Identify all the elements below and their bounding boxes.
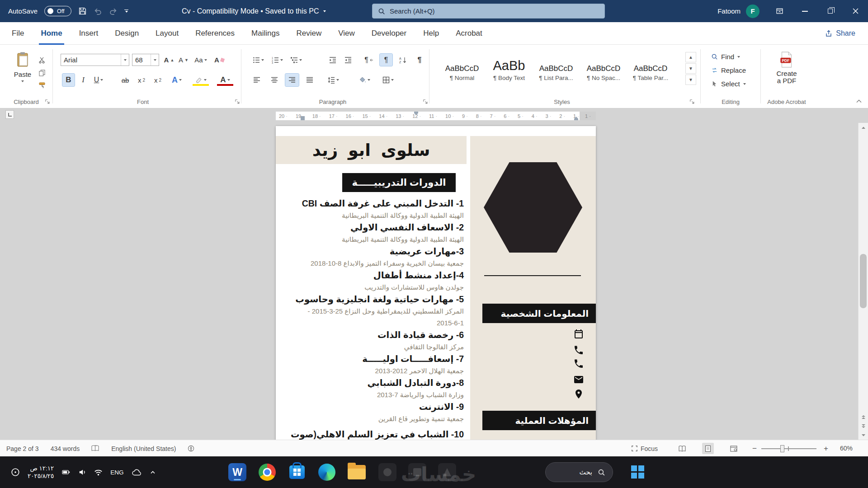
minimize-button[interactable] bbox=[792, 0, 817, 22]
email-icon[interactable] bbox=[573, 374, 584, 385]
font-family-combo[interactable]: Arial bbox=[61, 54, 129, 66]
styles-dialog-launcher[interactable] bbox=[689, 99, 695, 104]
clipboard-dialog-launcher[interactable] bbox=[44, 99, 50, 104]
maximize-button[interactable] bbox=[817, 0, 843, 22]
right-to-left-paragraph-button[interactable]: ¶ bbox=[380, 54, 392, 66]
taskbar-search[interactable]: بحث bbox=[545, 462, 613, 482]
location-icon[interactable] bbox=[573, 389, 584, 399]
subscript-button[interactable]: x2 bbox=[135, 74, 148, 86]
tab-help[interactable]: Help bbox=[423, 22, 439, 45]
proofing-status-icon[interactable] bbox=[91, 445, 99, 452]
change-case-button[interactable]: Aa bbox=[193, 54, 209, 66]
justify-button[interactable] bbox=[303, 74, 316, 86]
course-organization[interactable]: جمعية الهلال الاحمر 2012-2013 bbox=[281, 365, 464, 377]
course-item[interactable]: 10- الشباب في تعزيز السلم الاهلي(صوت مجت… bbox=[281, 428, 464, 440]
styles-scroll-up-button[interactable]: ▲ bbox=[685, 52, 696, 62]
bullets-button[interactable] bbox=[250, 54, 266, 66]
style-list-paragraph[interactable]: AaBbCcD ¶ List Para... bbox=[534, 52, 578, 89]
autosave-toggle[interactable]: Off bbox=[44, 6, 71, 16]
course-item[interactable]: 8-دورة التبادل الشبابي وزارة الشباب والر… bbox=[281, 377, 464, 401]
taskbar-store-icon[interactable] bbox=[287, 462, 307, 482]
grow-font-button[interactable]: A▲ bbox=[163, 54, 175, 66]
styles-more-button[interactable]: ▼ bbox=[685, 75, 696, 85]
print-layout-button[interactable] bbox=[702, 443, 714, 454]
cv-name-band[interactable]: سلوى ابو زيد bbox=[276, 136, 467, 164]
tab-design[interactable]: Design bbox=[115, 22, 139, 45]
shading-button[interactable] bbox=[355, 74, 373, 86]
tab-file[interactable]: File bbox=[12, 22, 24, 45]
vertical-scrollbar[interactable] bbox=[858, 123, 868, 440]
user-name[interactable]: Fatoom bbox=[717, 7, 741, 15]
cut-button[interactable] bbox=[37, 55, 47, 66]
underline-button[interactable]: U bbox=[90, 74, 107, 86]
scroll-down-button[interactable] bbox=[859, 431, 868, 440]
cv-sidebar[interactable]: المعلومات الشخصية المؤهلات العملية bbox=[470, 136, 596, 440]
training-courses-list[interactable]: 1- التدخل المبني على غرفة الصف CBI الهيئ… bbox=[279, 197, 464, 440]
course-title[interactable]: 6- رخصة قيادة الذات bbox=[281, 329, 464, 341]
training-courses-banner[interactable]: الدورات التدريبيـــــة bbox=[342, 173, 456, 192]
titlebar-search[interactable]: Search (Alt+Q) bbox=[372, 4, 605, 19]
zoom-slider-track[interactable] bbox=[761, 448, 816, 449]
align-center-button[interactable] bbox=[268, 74, 281, 86]
sort-button[interactable]: AZ bbox=[396, 54, 410, 66]
increase-indent-button[interactable] bbox=[342, 54, 354, 66]
wifi-icon[interactable] bbox=[94, 469, 103, 476]
course-title[interactable]: 3-مهارات عريضية bbox=[281, 245, 464, 258]
course-item[interactable]: 5- مهارات حياتية ولغة انجليزية وحاسوب ال… bbox=[281, 293, 464, 329]
format-painter-button[interactable] bbox=[37, 80, 47, 91]
cv-name[interactable]: سلوى ابو زيد bbox=[312, 141, 430, 160]
course-item[interactable]: 1- التدخل المبني على غرفة الصف CBI الهيئ… bbox=[281, 197, 464, 221]
course-item[interactable]: 7- إسعافـــــات اوليـــــة جمعية الهلال … bbox=[281, 353, 464, 377]
start-button[interactable] bbox=[629, 464, 646, 481]
bold-button[interactable]: B bbox=[62, 74, 75, 86]
create-pdf-button[interactable]: PDF Create a PDF bbox=[769, 51, 805, 83]
taskbar-clock[interactable]: ١٢:١٢ ص ٢٠٢٥/٨/٢٥ bbox=[28, 465, 54, 480]
zoom-in-button[interactable]: + bbox=[824, 444, 828, 453]
style-no-spacing[interactable]: AaBbCcD ¶ No Spac... bbox=[581, 52, 626, 89]
collapse-ribbon-button[interactable] bbox=[856, 99, 862, 103]
course-title[interactable]: 2- الاسعاف النفسي الاولي bbox=[281, 221, 464, 234]
tab-layout[interactable]: Layout bbox=[156, 22, 179, 45]
course-organization[interactable]: جمعية تنمية وتطوير قاع القرين bbox=[281, 413, 464, 425]
copy-button[interactable] bbox=[37, 67, 47, 78]
qualifications-banner[interactable]: المؤهلات العملية bbox=[482, 411, 596, 430]
user-avatar[interactable]: F bbox=[746, 5, 760, 18]
hanging-indent-marker[interactable] bbox=[301, 116, 305, 120]
tab-selector[interactable] bbox=[5, 110, 14, 119]
clear-formatting-button[interactable]: A bbox=[212, 54, 226, 66]
multilevel-list-button[interactable] bbox=[288, 54, 304, 66]
calendar-icon[interactable] bbox=[573, 328, 584, 339]
quick-access-toolbar-menu-button[interactable] bbox=[124, 9, 128, 13]
course-title[interactable]: 4-إعداد منشط أطفال bbox=[281, 269, 464, 282]
profile-photo-hexagon[interactable] bbox=[484, 162, 582, 253]
ruler-bar[interactable]: 2019181716151413121110987654321 1 · bbox=[276, 112, 596, 120]
style-table-paragraph[interactable]: AaBbCcD ¶ Table Par... bbox=[628, 52, 673, 89]
course-organization[interactable]: مركز الفالوجا الثقافي bbox=[281, 341, 464, 353]
show-hide-marks-button[interactable]: ¶ bbox=[413, 54, 426, 66]
phone-icon-2[interactable] bbox=[573, 358, 584, 369]
course-title[interactable]: 9- الانترنت bbox=[281, 401, 464, 413]
course-organization[interactable]: جولدن هاوس للاستشارات والتدريب bbox=[281, 282, 464, 293]
previous-page-button[interactable] bbox=[859, 413, 868, 422]
superscript-button[interactable]: x2 bbox=[151, 74, 165, 86]
numbering-button[interactable]: 123 bbox=[269, 54, 285, 66]
keyboard-language[interactable]: ENG bbox=[110, 469, 123, 476]
course-organization[interactable]: وزارة الشباب والرياضة 7-2013 bbox=[281, 389, 464, 401]
tab-review[interactable]: Review bbox=[296, 22, 321, 45]
web-layout-button[interactable] bbox=[728, 443, 740, 454]
paste-button[interactable]: Paste bbox=[10, 51, 35, 82]
taskbar-word-icon[interactable]: W bbox=[227, 462, 247, 482]
share-button[interactable]: Share bbox=[825, 22, 855, 45]
phone-icon[interactable] bbox=[573, 345, 584, 356]
course-title[interactable]: 5- مهارات حياتية ولغة انجليزية وحاسوب bbox=[281, 293, 464, 305]
zoom-percentage[interactable]: 60% bbox=[840, 445, 853, 452]
zoom-out-button[interactable]: − bbox=[752, 444, 757, 453]
show-hidden-icons-chevron[interactable] bbox=[149, 469, 156, 475]
zoom-slider-thumb[interactable] bbox=[780, 445, 784, 452]
tab-home[interactable]: Home bbox=[41, 22, 62, 45]
course-item[interactable]: 3-مهارات عريضية جمعية بيسان الخيرية وسفر… bbox=[281, 245, 464, 269]
tab-mailings[interactable]: Mailings bbox=[251, 22, 279, 45]
strikethrough-button[interactable]: ab bbox=[118, 74, 132, 86]
course-title[interactable]: 7- إسعافـــــات اوليـــــة bbox=[281, 353, 464, 365]
course-item[interactable]: 2- الاسعاف النفسي الاولي الهيئة الطبية ا… bbox=[281, 221, 464, 245]
